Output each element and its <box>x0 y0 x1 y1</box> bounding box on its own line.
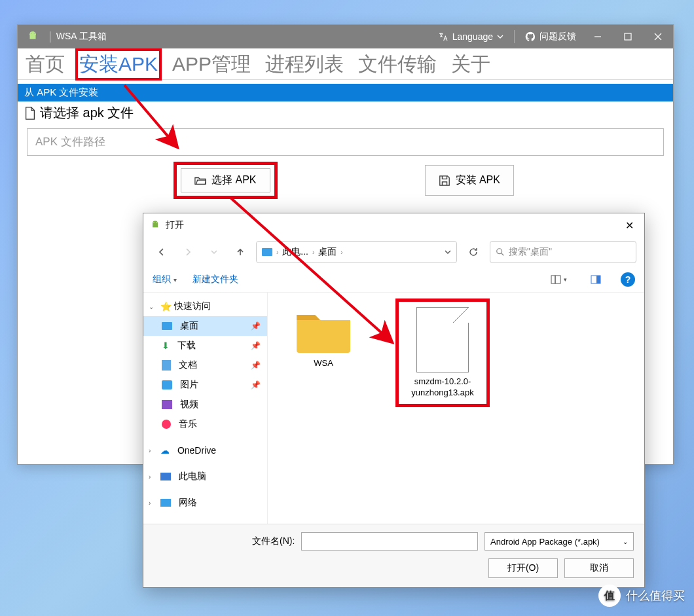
divider <box>514 30 515 43</box>
refresh-button[interactable] <box>462 241 484 263</box>
dialog-title: 打开 <box>166 219 184 231</box>
divider: │ <box>48 31 54 42</box>
minimize-button[interactable] <box>583 25 613 48</box>
open-button[interactable]: 打开(O) <box>488 558 558 578</box>
folder-wsa[interactable]: WSA <box>281 302 366 369</box>
tree-downloads[interactable]: ⬇ 下载📌 <box>143 336 267 355</box>
file-list: WSA smzdm-10.2.0-yunzhong13.apk <box>268 293 644 524</box>
document-icon <box>162 360 171 371</box>
tree-this-pc[interactable]: › 此电脑 <box>143 467 267 486</box>
dialog-titlebar: 打开 ✕ <box>143 213 644 237</box>
preview-pane-button[interactable] <box>587 272 605 287</box>
window-title: WSA 工具箱 <box>54 31 107 43</box>
organize-menu[interactable]: 组织 ▾ <box>153 274 177 285</box>
select-apk-button[interactable]: 选择 APK <box>181 168 270 192</box>
select-file-label: 请选择 apk 文件 <box>18 101 673 124</box>
search-icon <box>496 247 505 257</box>
videos-icon <box>162 400 172 409</box>
cancel-button[interactable]: 取消 <box>564 558 634 578</box>
desktop-icon <box>162 322 172 330</box>
tab-process-list[interactable]: 进程列表 <box>263 50 346 79</box>
crumb-desktop[interactable]: 桌面 <box>318 246 337 258</box>
new-folder-button[interactable]: 新建文件夹 <box>192 274 238 285</box>
tree-documents[interactable]: 文档📌 <box>143 355 267 375</box>
svg-point-6 <box>156 222 156 223</box>
chevron-right-icon: › <box>276 249 278 256</box>
watermark-icon: 值 <box>598 585 621 607</box>
filename-label: 文件名(N): <box>252 535 295 547</box>
chevron-right-icon: › <box>312 249 314 256</box>
install-apk-button[interactable]: 安装 APK <box>425 165 514 196</box>
pin-icon: 📌 <box>251 361 261 370</box>
pin-icon: 📌 <box>251 380 261 390</box>
filetype-select[interactable]: Android App Package (*.apk) ⌄ <box>484 532 634 551</box>
nav-up-button[interactable] <box>230 242 251 263</box>
android-icon <box>150 220 160 230</box>
android-icon <box>18 31 48 43</box>
dialog-nav-row: › 此电... › 桌面 › 搜索"桌面" <box>143 237 644 267</box>
search-placeholder: 搜索"桌面" <box>509 246 552 258</box>
apk-file[interactable]: smzdm-10.2.0-yunzhong13.apk <box>400 307 485 399</box>
tab-home[interactable]: 首页 <box>23 50 67 79</box>
watermark-text: 什么值得买 <box>626 588 685 604</box>
language-menu[interactable]: Language <box>431 31 510 42</box>
dialog-close-button[interactable]: ✕ <box>614 213 644 237</box>
feedback-label: 问题反馈 <box>539 31 576 43</box>
dialog-footer: 文件名(N): Android App Package (*.apk) ⌄ 打开… <box>143 524 644 587</box>
apk-path-row <box>27 128 664 156</box>
tree-network[interactable]: › 网络 <box>143 493 267 513</box>
music-icon <box>162 420 171 429</box>
close-button[interactable] <box>643 25 673 48</box>
folder-icon <box>294 307 353 354</box>
chevron-down-icon <box>497 33 503 40</box>
chevron-right-icon: › <box>340 249 342 256</box>
tree-music[interactable]: 音乐 <box>143 414 267 434</box>
nav-forward-button[interactable] <box>177 242 198 263</box>
tab-file-transfer[interactable]: 文件传输 <box>356 50 439 79</box>
pin-icon: 📌 <box>251 321 261 331</box>
pc-icon <box>160 473 171 480</box>
wsa-titlebar: │ WSA 工具箱 Language 问题反馈 <box>18 25 673 48</box>
file-icon <box>24 107 36 120</box>
dialog-body: ⌄⭐快速访问 桌面📌 ⬇ 下载📌 文档📌 图片📌 视频 音乐 ›☁ OneDri… <box>143 293 644 524</box>
select-apk-highlight: 选择 APK <box>177 165 274 196</box>
file-label: smzdm-10.2.0-yunzhong13.apk <box>400 376 485 399</box>
tree-pictures[interactable]: 图片📌 <box>143 375 267 395</box>
help-button[interactable]: ? <box>621 272 635 287</box>
apk-file-highlight: smzdm-10.2.0-yunzhong13.apk <box>399 302 486 404</box>
search-input[interactable]: 搜索"桌面" <box>490 241 636 263</box>
filename-input[interactable] <box>301 532 478 551</box>
install-apk-label: 安装 APK <box>456 173 500 187</box>
download-icon: ⬇ <box>162 340 170 351</box>
nav-back-button[interactable] <box>151 242 172 263</box>
tree-videos[interactable]: 视频 <box>143 395 267 414</box>
view-mode-button[interactable]: ▾ <box>547 272 571 287</box>
network-icon <box>160 499 171 507</box>
nav-recent-button[interactable] <box>204 242 225 263</box>
button-row: 选择 APK 安装 APK <box>18 165 673 196</box>
crumb-pc[interactable]: 此电... <box>282 246 308 258</box>
chevron-down-icon[interactable] <box>445 249 451 255</box>
translate-icon <box>438 31 448 42</box>
svg-rect-3 <box>625 33 631 40</box>
star-icon: ⭐ <box>160 301 172 312</box>
tree-desktop[interactable]: 桌面📌 <box>143 316 267 336</box>
svg-rect-4 <box>153 224 158 227</box>
svg-rect-9 <box>555 276 560 283</box>
watermark: 值 什么值得买 <box>598 585 685 607</box>
tab-install-apk[interactable]: 安装APK <box>77 50 160 79</box>
breadcrumb[interactable]: › 此电... › 桌面 › <box>256 241 457 263</box>
svg-rect-0 <box>30 35 36 39</box>
language-label: Language <box>452 31 493 42</box>
tab-about[interactable]: 关于 <box>448 50 493 79</box>
maximize-button[interactable] <box>613 25 643 48</box>
apk-path-input[interactable] <box>27 128 664 156</box>
feedback-link[interactable]: 问题反馈 <box>519 31 583 43</box>
tree-quick-access[interactable]: ⌄⭐快速访问 <box>143 297 267 316</box>
folder-label: WSA <box>281 358 366 369</box>
tree-onedrive[interactable]: ›☁ OneDrive <box>143 441 267 460</box>
select-apk-label: 选择 APK <box>211 173 256 187</box>
filetype-text: Android App Package (*.apk) <box>490 537 600 547</box>
tab-app-manage[interactable]: APP管理 <box>170 50 253 79</box>
svg-rect-8 <box>551 276 555 283</box>
